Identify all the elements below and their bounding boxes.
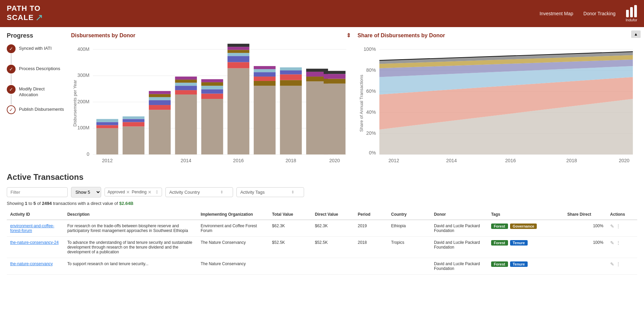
svg-text:2012: 2012 <box>388 158 399 163</box>
svg-rect-40 <box>228 53 250 56</box>
tag-badge-tenure-3: Tenure <box>510 261 528 267</box>
cell-actions-1: ✎ ⋮ <box>607 220 637 237</box>
action-icons-3: ✎ ⋮ <box>610 261 634 267</box>
share-chart-title: Share of Disbursements by Donor ⇕ <box>358 32 637 39</box>
cell-total-val-1: $62.3K <box>269 220 312 237</box>
svg-rect-61 <box>324 74 346 79</box>
svg-rect-44 <box>254 86 276 154</box>
progress-circle-2: ✓ <box>7 65 16 73</box>
donor-tracking-link[interactable]: Donor Tracking <box>583 11 616 16</box>
main-content: Progress ✓ Synced with IATI ✓ Process De… <box>0 27 644 280</box>
edit-icon-2[interactable]: ✎ <box>610 240 614 246</box>
cell-total-val-3 <box>269 258 312 274</box>
progress-circle-4: ✓ <box>7 105 16 114</box>
app-header: PATH TO SCALE ↗ Investment Map Donor Tra… <box>0 0 644 27</box>
activity-country-label: Activity Country <box>169 190 200 195</box>
svg-rect-21 <box>149 100 171 105</box>
filter-tag-pending: Pending ✕ <box>132 190 152 195</box>
cell-actions-3: ✎ ⋮ <box>607 258 637 274</box>
tag-badge-governance-1: Governance <box>510 224 537 229</box>
svg-text:2016: 2016 <box>233 158 244 163</box>
progress-text-3: Modify Direct Allocation <box>19 85 64 98</box>
tag-badge-forest-2: Forest <box>491 240 508 246</box>
progress-icon-col-3: ✓ <box>7 85 16 105</box>
table-header-row: Activity ID Description Implementing Org… <box>7 209 637 220</box>
svg-text:0: 0 <box>87 151 89 157</box>
cell-tags-2: Forest Tenure <box>488 236 564 258</box>
activity-id-link-1[interactable]: environment-and-coffee-forest-forum <box>10 224 54 233</box>
svg-text:Disbursements per Year: Disbursements per Year <box>72 80 77 126</box>
svg-text:Share of Annual Transactions: Share of Annual Transactions <box>359 75 364 132</box>
summary-text: Showing 1 to 5 of 2494 transactions with… <box>7 201 637 206</box>
svg-text:20%: 20% <box>366 130 376 136</box>
svg-rect-51 <box>280 80 302 86</box>
col-header-description: Description <box>64 209 197 220</box>
cell-impl-org-1: Environment and Coffee Forest Forum <box>197 220 269 237</box>
transactions-section: Active Transactions Show 5 Show 10 Show … <box>7 172 637 275</box>
svg-rect-25 <box>175 94 197 154</box>
progress-item-process: ✓ Process Descriptions <box>7 65 64 85</box>
share-chart-svg-wrapper: 100% 80% 60% 40% 20% 0% Share of Annual … <box>358 42 637 166</box>
progress-icon-col-1: ✓ <box>7 44 16 65</box>
indufor-bar-1 <box>626 10 629 17</box>
show-select[interactable]: Show 5 Show 10 Show 25 Show 50 <box>71 187 101 197</box>
more-icon-2[interactable]: ⋮ <box>616 240 621 246</box>
cell-period-1: 2019 <box>354 220 388 237</box>
svg-rect-37 <box>228 68 250 155</box>
summary-range-from: 1 <box>25 201 27 206</box>
more-icon-1[interactable]: ⋮ <box>616 224 621 229</box>
svg-text:2012: 2012 <box>102 158 113 163</box>
filter-tag-approved-label: Approved <box>108 190 125 194</box>
table-body: environment-and-coffee-forest-forum For … <box>7 220 637 275</box>
share-chart-container: Share of Disbursements by Donor ⇕ 100% 8… <box>358 32 637 166</box>
activity-id-link-3[interactable]: the-nature-conservancy <box>10 261 53 266</box>
progress-line-3 <box>11 94 12 105</box>
investment-map-link[interactable]: Investment Map <box>539 11 573 16</box>
cell-country-3 <box>388 258 431 274</box>
activity-country-dropdown[interactable]: Activity Country ⇕ <box>165 187 233 197</box>
disbursements-chart-title: Disbursements by Donor ⇕ <box>71 32 351 39</box>
activity-id-link-2[interactable]: the-nature-conservancy-24 <box>10 240 59 245</box>
progress-circle-3: ✓ <box>7 85 16 94</box>
disbursements-chart-container: Disbursements by Donor ⇕ 400M 300M 200M … <box>71 32 351 166</box>
edit-icon-1[interactable]: ✎ <box>610 224 614 229</box>
edit-icon-3[interactable]: ✎ <box>610 261 614 267</box>
svg-rect-13 <box>96 122 118 125</box>
cell-total-val-2: $52.5K <box>269 236 312 258</box>
more-icon-3[interactable]: ⋮ <box>616 261 621 267</box>
indufor-bar-2 <box>630 7 633 17</box>
svg-rect-24 <box>149 91 171 94</box>
svg-rect-62 <box>324 71 346 74</box>
cell-share-1: 100% <box>564 220 607 237</box>
filter-tags-arrows-icon[interactable]: ⇕ <box>155 189 159 195</box>
svg-text:2014: 2014 <box>181 158 191 163</box>
cell-tags-1: Forest Governance <box>488 220 564 237</box>
col-header-tags: Tags <box>488 209 564 220</box>
svg-rect-59 <box>324 84 346 154</box>
transactions-table: Activity ID Description Implementing Org… <box>7 209 637 275</box>
activity-tags-dropdown[interactable]: Activity Tags ⇕ <box>236 187 304 197</box>
svg-text:2020: 2020 <box>619 158 629 163</box>
table-row: the-nature-conservancy To support resear… <box>7 258 637 274</box>
progress-circle-1: ✓ <box>7 44 16 53</box>
filter-input[interactable] <box>7 187 68 197</box>
col-header-actions: Actions <box>607 209 637 220</box>
svg-rect-19 <box>149 110 171 154</box>
action-icons-2: ✎ ⋮ <box>610 240 634 246</box>
svg-rect-60 <box>324 79 346 84</box>
svg-rect-47 <box>254 72 276 77</box>
summary-range-to: 5 <box>33 201 36 206</box>
progress-item-publish: ✓ Publish Disbursements <box>7 105 64 114</box>
svg-rect-36 <box>201 79 223 82</box>
filter-tag-pending-remove[interactable]: ✕ <box>148 190 152 195</box>
svg-rect-32 <box>201 93 223 99</box>
scroll-top-button[interactable]: ▲ <box>631 30 641 38</box>
filter-tag-approved-remove[interactable]: ✕ <box>126 190 130 195</box>
filter-tag-pending-label: Pending <box>132 190 146 194</box>
svg-rect-20 <box>149 105 171 110</box>
cell-period-3 <box>354 258 388 274</box>
tag-badge-tenure-2: Tenure <box>510 240 528 246</box>
svg-text:2016: 2016 <box>505 158 516 163</box>
disbursements-expand-icon[interactable]: ⇕ <box>346 32 351 39</box>
svg-rect-50 <box>280 86 302 154</box>
